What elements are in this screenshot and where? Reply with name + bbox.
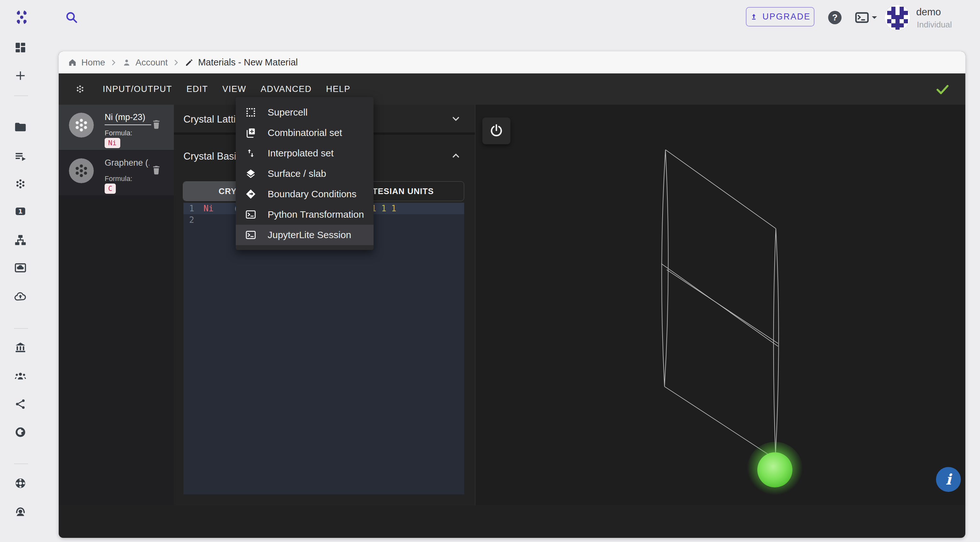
search-button[interactable] xyxy=(64,10,78,24)
library-add-icon xyxy=(245,128,256,138)
sidebar-item-explore[interactable] xyxy=(13,425,28,440)
menu-item-label: Supercell xyxy=(268,107,307,118)
upload-icon xyxy=(750,12,758,22)
identicon-pattern xyxy=(885,5,910,30)
menu-item-supercell[interactable]: Supercell xyxy=(236,102,374,123)
people-icon xyxy=(14,370,27,383)
breadcrumb-account[interactable]: Account xyxy=(135,57,168,68)
crystal-basis-title: Crystal Basis xyxy=(183,151,241,162)
info-glyph: i xyxy=(945,471,951,488)
menu-item-label: Python Transformation xyxy=(268,209,364,220)
sidebar-divider xyxy=(14,96,28,96)
constraint-tokens: 1 1 1 xyxy=(371,203,396,214)
sidebar-item-bank-one[interactable]: 1 xyxy=(13,204,28,218)
console-menu-button[interactable] xyxy=(855,12,878,23)
user-avatar[interactable] xyxy=(885,5,910,30)
menu-item-python-transformation[interactable]: Python Transformation xyxy=(236,204,374,225)
sidebar-item-support[interactable] xyxy=(13,505,28,519)
cloud-upload-icon xyxy=(14,290,27,303)
sidebar-item-share[interactable] xyxy=(13,397,28,411)
material-atoms-avatar xyxy=(69,113,94,137)
chevron-down-icon xyxy=(871,15,878,20)
sidebar-item-workflows[interactable] xyxy=(13,233,28,247)
power-icon xyxy=(489,123,504,139)
breadcrumb-current: Materials - New Material xyxy=(198,57,298,68)
viewer-info-button[interactable]: i xyxy=(936,467,961,492)
designer-menubar: INPUT/OUTPUT EDIT VIEW ADVANCED HELP xyxy=(59,73,965,105)
sidebar-item-team[interactable] xyxy=(13,369,28,383)
pencil-icon xyxy=(185,58,194,67)
collapse-chevron-up-icon[interactable] xyxy=(450,150,461,161)
person-icon xyxy=(122,58,131,67)
sidebar-item-resources[interactable] xyxy=(13,476,28,491)
menu-item-boundary-conditions[interactable]: Boundary Conditions xyxy=(236,184,374,204)
material-name: Graphene (... xyxy=(105,158,149,168)
formula-label: Formula: xyxy=(105,129,132,137)
chevron-right-icon xyxy=(172,58,180,67)
breadcrumb-home[interactable]: Home xyxy=(81,57,105,68)
sidebar-item-projects[interactable] xyxy=(13,120,28,134)
help-glyph: ? xyxy=(832,13,837,23)
breadcrumb: Home Account Materials - New Material xyxy=(59,51,965,73)
chevron-right-icon xyxy=(110,58,118,67)
sidebar-item-organization[interactable] xyxy=(13,340,28,355)
material-atoms-avatar xyxy=(69,158,94,183)
delete-material-button[interactable] xyxy=(151,164,162,177)
sidebar-item-uploads[interactable] xyxy=(13,289,28,304)
app-logo[interactable] xyxy=(14,9,29,26)
svg-text:1: 1 xyxy=(18,207,23,215)
workflow-tree-icon xyxy=(14,234,27,246)
sidebar-item-dashboard[interactable] xyxy=(13,40,28,55)
element-token: Ni xyxy=(204,203,213,214)
menu-item-label: Combinatorial set xyxy=(268,128,342,138)
menu-edit[interactable]: EDIT xyxy=(187,84,208,94)
upgrade-label: UPGRADE xyxy=(762,12,811,22)
line-number: 2 xyxy=(189,214,194,226)
menu-item-surface-slab[interactable]: Surface / slab xyxy=(236,163,374,184)
material-name-input[interactable]: Ni (mp-23) xyxy=(105,112,151,125)
dashboard-icon xyxy=(14,41,27,54)
menu-input-output[interactable]: INPUT/OUTPUT xyxy=(103,84,172,94)
menu-item-interpolated-set[interactable]: Interpolated set xyxy=(236,143,374,163)
sidebar-item-create[interactable] xyxy=(13,68,28,83)
menu-item-label: Surface / slab xyxy=(268,168,326,179)
formula-label: Formula: xyxy=(105,175,132,183)
expand-chevron-down-icon[interactable] xyxy=(450,113,461,124)
menu-item-label: Boundary Conditions xyxy=(268,189,356,199)
upgrade-button[interactable]: UPGRADE xyxy=(746,7,815,27)
swap-vertical-icon xyxy=(245,148,256,159)
delete-material-button[interactable] xyxy=(151,118,162,131)
terminal-icon xyxy=(245,209,256,220)
folder-icon xyxy=(14,121,27,134)
atom-sphere xyxy=(757,452,792,488)
layers-icon xyxy=(245,168,256,179)
user-name: demo xyxy=(916,6,941,18)
advanced-dropdown-menu: Supercell Combinatorial set Interpolated… xyxy=(236,97,374,250)
unit-cell-wireframe xyxy=(475,105,965,505)
plus-icon xyxy=(14,69,27,82)
structure-viewer-3d[interactable]: i xyxy=(475,105,965,505)
menu-item-jupyterlite-session[interactable]: JupyterLite Session xyxy=(236,225,374,245)
help-button[interactable]: ? xyxy=(828,11,842,24)
wheel-icon xyxy=(14,477,27,489)
playlist-play-icon xyxy=(14,150,27,163)
support-headset-icon xyxy=(14,505,27,518)
user-plan: Individual xyxy=(917,20,952,30)
material-item-graphene[interactable]: Graphene (... Formula: C xyxy=(59,150,174,195)
menu-help[interactable]: HELP xyxy=(326,84,351,94)
sidebar-item-jobs[interactable] xyxy=(13,149,28,164)
material-item-ni[interactable]: Ni (mp-23) Formula: Ni xyxy=(59,105,174,150)
atoms-cluster-icon xyxy=(75,84,86,94)
sidebar-item-materials[interactable] xyxy=(13,177,28,191)
home-icon xyxy=(68,58,77,67)
menu-advanced[interactable]: ADVANCED xyxy=(261,84,312,94)
sidebar-item-media[interactable] xyxy=(13,260,28,275)
directions-icon xyxy=(245,189,256,199)
menu-item-combinatorial-set[interactable]: Combinatorial set xyxy=(236,123,374,143)
formula-chip: Ni xyxy=(105,138,120,148)
viewer-power-button[interactable] xyxy=(482,118,511,144)
search-icon xyxy=(64,10,78,24)
bank-icon xyxy=(14,341,27,354)
save-check-icon[interactable] xyxy=(934,81,951,97)
menu-view[interactable]: VIEW xyxy=(222,84,246,94)
